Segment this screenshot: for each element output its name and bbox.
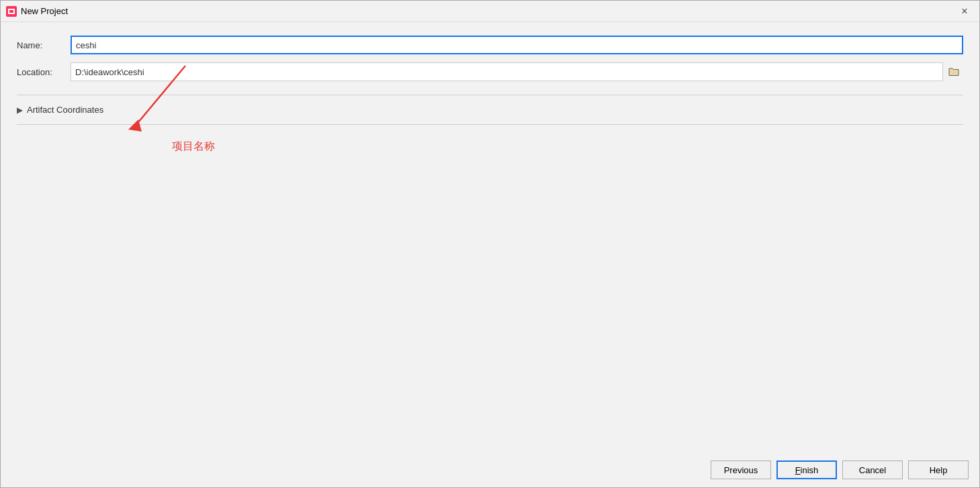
name-row: Name: xyxy=(17,36,963,54)
artifact-coordinates-section[interactable]: ▶ Artifact Coordinates xyxy=(17,101,963,119)
svg-marker-6 xyxy=(128,119,142,132)
location-input-wrapper xyxy=(71,62,963,81)
dialog-title: New Project xyxy=(21,6,955,16)
app-icon xyxy=(6,6,17,17)
separator-2 xyxy=(17,124,963,125)
name-input-wrapper xyxy=(71,36,963,54)
finish-button[interactable]: Finish xyxy=(776,460,837,479)
svg-rect-0 xyxy=(6,6,17,17)
svg-rect-4 xyxy=(13,9,15,14)
close-button[interactable]: × xyxy=(955,3,974,19)
separator-1 xyxy=(17,95,963,95)
content-area: Name: Location: ▶ Artifact Coordin xyxy=(1,22,979,452)
name-label: Name: xyxy=(17,40,71,50)
title-bar: New Project × xyxy=(1,1,979,22)
annotation-text: 项目名称 xyxy=(172,140,215,154)
name-input[interactable] xyxy=(71,36,963,54)
help-button[interactable]: Help xyxy=(908,460,969,479)
expand-arrow-icon: ▶ xyxy=(17,105,23,115)
location-input[interactable] xyxy=(71,62,943,81)
location-row: Location: xyxy=(17,62,963,81)
new-project-dialog: New Project × Name: Location: xyxy=(0,0,980,488)
location-label: Location: xyxy=(17,67,71,77)
browse-folder-button[interactable] xyxy=(944,62,963,81)
bottom-bar: Previous Finish Cancel Help xyxy=(1,452,979,487)
cancel-button[interactable]: Cancel xyxy=(842,460,903,479)
artifact-label: Artifact Coordinates xyxy=(27,105,103,115)
previous-button[interactable]: Previous xyxy=(711,460,771,479)
